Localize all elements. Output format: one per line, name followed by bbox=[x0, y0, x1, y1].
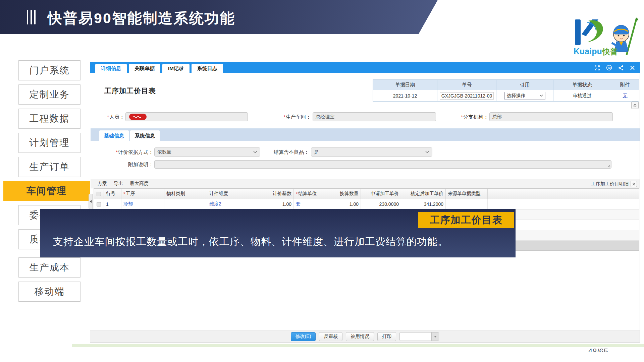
note-input[interactable] bbox=[154, 160, 611, 169]
note-label: 附加说明： bbox=[97, 162, 153, 168]
table-cell: 230.0000 bbox=[361, 199, 401, 209]
redaction-badge bbox=[129, 114, 147, 120]
tab-base-info[interactable]: 基础信息 bbox=[99, 130, 129, 141]
im-icon[interactable]: IM bbox=[606, 65, 612, 72]
max-height-link[interactable]: 最大高度 bbox=[130, 181, 149, 187]
table-cell bbox=[164, 199, 207, 209]
column-header: 行号 bbox=[104, 189, 121, 199]
table-cell[interactable]: 套 bbox=[294, 199, 324, 209]
slide-bottom-strip bbox=[72, 344, 644, 347]
column-header: *结算单位 bbox=[294, 189, 324, 199]
table-cell: 1 bbox=[104, 199, 121, 209]
window-tab[interactable]: 系统日志 bbox=[192, 64, 223, 73]
branch-input[interactable]: 总部 bbox=[489, 112, 613, 121]
window-tab-bar: 详细信息关联单据IM记录系统日志 IM bbox=[90, 62, 640, 73]
workshop-input[interactable]: 总经理室 bbox=[313, 112, 436, 121]
usage-button[interactable]: 被用情况 bbox=[346, 332, 374, 341]
chevron-down-icon bbox=[539, 95, 543, 97]
column-header: 核定后加工单价 bbox=[401, 189, 446, 199]
banner-description: 支持企业车间按报工数量或工时，依工序、物料、计件维度、进行加工费结算的功能。 bbox=[53, 235, 448, 249]
person-label: *人员： bbox=[97, 114, 124, 120]
logo-brand-cn: 快普 bbox=[602, 47, 618, 56]
logo-brand-en: Kuaipu bbox=[574, 47, 602, 56]
workshop-label: *生产车间： bbox=[273, 114, 311, 120]
sidebar-item[interactable]: 门户系统 bbox=[18, 60, 80, 80]
fullscreen-icon[interactable] bbox=[594, 65, 600, 72]
attachment-link[interactable]: 无 bbox=[623, 93, 628, 99]
window-tab[interactable]: IM记录 bbox=[162, 64, 190, 73]
pricing-basis-label: *计价依据方式： bbox=[97, 149, 153, 156]
doc-date-value: 2021-10-12 bbox=[373, 90, 437, 101]
share-icon[interactable] bbox=[618, 65, 624, 72]
main-window: 详细信息关联单据IM记录系统日志 IM 工序加工价目表 单据日期 单号 bbox=[90, 62, 640, 343]
resize-grip-icon[interactable] bbox=[607, 164, 610, 168]
info-header-attachment: 附件 bbox=[611, 80, 639, 90]
sidebar-item[interactable]: 计划管理 bbox=[18, 133, 80, 153]
close-icon[interactable] bbox=[630, 65, 635, 72]
reference-action-value: 选择操作 bbox=[507, 93, 526, 99]
sidebar-item[interactable]: 定制业务 bbox=[18, 84, 80, 105]
arrow-left-icon bbox=[90, 200, 92, 203]
svg-text:IM: IM bbox=[608, 66, 610, 69]
table-cell[interactable]: 冷却 bbox=[121, 199, 164, 209]
kuaipu-logo: Kuaipu 快普 bbox=[568, 17, 642, 60]
sidebar-item[interactable]: 车间管理 bbox=[3, 181, 90, 201]
double-chevron-up-icon bbox=[633, 103, 637, 108]
info-header-status: 单据状态 bbox=[553, 80, 611, 90]
window-tab[interactable]: 关联单据 bbox=[129, 64, 160, 73]
footer-dropdown[interactable] bbox=[399, 332, 439, 341]
window-tabs: 详细信息关联单据IM记录系统日志 bbox=[95, 64, 225, 73]
doc-info-table: 单据日期 单号 引用 单据状态 附件 2021-10-12 GXJGJGB-20… bbox=[373, 79, 639, 102]
include-defective-select[interactable]: 是 bbox=[311, 147, 432, 157]
modify-button[interactable]: 修改(E) bbox=[291, 332, 316, 341]
table-cell: 1.00 bbox=[324, 199, 361, 209]
tab-system-info[interactable]: 系统信息 bbox=[130, 130, 160, 141]
column-header: 计件维度 bbox=[207, 189, 250, 199]
column-header: *工序 bbox=[121, 189, 164, 199]
column-header: 来源单单据类型 bbox=[446, 189, 488, 199]
include-defective-label: 结算含不良品： bbox=[271, 149, 309, 156]
column-header: 申请加工单价 bbox=[361, 189, 401, 199]
window-footer: 修改(E) 反审核 被用情况 打印 bbox=[90, 330, 640, 342]
info-header-reference: 引用 bbox=[496, 80, 553, 90]
double-chevron-up-icon bbox=[632, 182, 636, 186]
export-link[interactable]: 导出 bbox=[114, 181, 123, 187]
dropdown-arrow-icon[interactable] bbox=[431, 333, 439, 341]
table-cell[interactable]: 维度2 bbox=[207, 199, 250, 209]
sidebar: 门户系统定制业务工程数据计划管理生产订单车间管理委外管理质检中心生产成本移动端 bbox=[18, 60, 80, 306]
column-header: 计价基数 bbox=[250, 189, 294, 199]
collapse-panel-handle[interactable] bbox=[89, 194, 93, 209]
slide: 快普易90智能制造系统功能 Kuaipu bbox=[0, 0, 644, 362]
sidebar-item[interactable]: 生产订单 bbox=[18, 157, 80, 177]
doc-status-value: 审核通过 bbox=[553, 90, 611, 101]
table-row[interactable]: 1冷却维度21.00套1.00230.0000341.2000 bbox=[94, 199, 639, 209]
pricing-basis-select[interactable]: 依数量 bbox=[154, 147, 260, 157]
detail-toolbar: 方案 导出 最大高度 工序加工价目明细 bbox=[91, 179, 640, 188]
column-header: 物料类别 bbox=[164, 189, 207, 199]
chevron-down-icon bbox=[253, 151, 257, 153]
scheme-link[interactable]: 方案 bbox=[98, 181, 107, 187]
collapse-detail-button[interactable] bbox=[631, 181, 637, 187]
row-checkbox[interactable] bbox=[97, 202, 101, 206]
table-cell: 1.00 bbox=[250, 199, 294, 209]
person-input[interactable] bbox=[125, 112, 248, 121]
table-cell: 341.2000 bbox=[401, 199, 446, 209]
collapse-header-button[interactable] bbox=[631, 102, 639, 109]
window-tab[interactable]: 详细信息 bbox=[95, 64, 127, 73]
reference-action-select[interactable]: 选择操作 bbox=[504, 92, 545, 100]
info-header-date: 单据日期 bbox=[373, 80, 437, 90]
row-checkbox[interactable] bbox=[97, 192, 101, 196]
column-header: 换算数量 bbox=[324, 189, 361, 199]
sidebar-item[interactable]: 移动端 bbox=[18, 282, 80, 302]
detail-section-title: 工序加工价目明细 bbox=[591, 181, 629, 187]
subtab-band: 基础信息 系统信息 bbox=[91, 128, 640, 141]
title-bars-icon bbox=[27, 10, 36, 24]
unapprove-button[interactable]: 反审核 bbox=[319, 332, 342, 341]
logo-k-stem bbox=[575, 19, 581, 45]
chevron-down-icon bbox=[425, 151, 429, 153]
print-button[interactable]: 打印 bbox=[377, 332, 396, 341]
grid-header: 行号*工序物料类别计件维度计价基数*结算单位换算数量申请加工单价核定后加工单价来… bbox=[94, 188, 639, 199]
sidebar-item[interactable]: 生产成本 bbox=[18, 257, 80, 278]
sidebar-item[interactable]: 工程数据 bbox=[18, 109, 80, 129]
banner-badge: 工序加工价目表 bbox=[418, 212, 514, 228]
